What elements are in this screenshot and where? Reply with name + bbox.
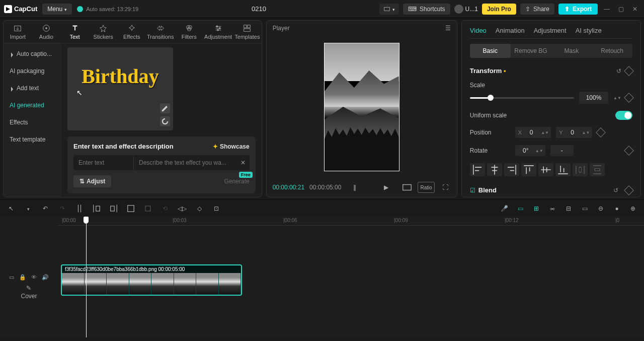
clear-input-button[interactable]: ✕ <box>236 159 250 166</box>
video-clip[interactable]: f3f35facd23ff630d0be7bba366b1dbb.png 00:… <box>61 264 242 296</box>
tab-stickers[interactable]: Stickers <box>89 21 118 43</box>
scale-stepper[interactable]: ▲▼ <box>613 96 620 100</box>
tab-audio[interactable]: Audio <box>32 21 61 43</box>
tab-adjustment[interactable]: Adjustment <box>534 27 567 34</box>
generate-button[interactable]: FreeGenerate <box>224 178 250 185</box>
effect-description-input[interactable] <box>134 155 236 170</box>
x-stepper[interactable]: ▲▼ <box>541 130 548 135</box>
align-right-button[interactable] <box>504 163 519 176</box>
rotate-keyframe[interactable] <box>624 146 634 156</box>
sidebar-item-effects[interactable]: Effects <box>4 114 61 131</box>
tab-adjustment[interactable]: Adjustment <box>203 21 233 43</box>
position-keyframe[interactable] <box>596 127 606 138</box>
position-x-field[interactable]: X 0 ▲▼ <box>515 127 551 138</box>
uniform-scale-toggle[interactable] <box>615 111 632 120</box>
y-stepper[interactable]: ▲▼ <box>582 130 589 135</box>
export-button[interactable]: ⬆ Export <box>558 4 598 15</box>
player-menu-button[interactable]: ☰ <box>445 25 451 32</box>
zoom-out-button[interactable]: ⊖ <box>596 203 606 214</box>
maximize-button[interactable]: ▢ <box>616 4 626 14</box>
sidebar-item-auto-captions[interactable]: Auto captio... <box>4 45 61 62</box>
align-top-button[interactable] <box>521 163 536 176</box>
toggle-1[interactable]: ▭ <box>9 274 14 281</box>
subtab-retouch[interactable]: Retouch <box>592 44 632 58</box>
rotate-button[interactable]: ◇ <box>194 203 204 214</box>
magnet-main-button[interactable]: ▭ <box>515 203 525 214</box>
timeline-tracks[interactable]: |00:00 |00:03 |00:06 |00:09 |00:12 |0 f3… <box>58 217 644 337</box>
lock-icon[interactable]: 🔒 <box>19 274 26 281</box>
viewport-ratio-button[interactable] <box>379 4 399 15</box>
tab-effects[interactable]: Effects <box>117 21 146 43</box>
keyframe-button[interactable] <box>624 66 634 76</box>
fullscreen-button[interactable]: ⛶ <box>440 182 451 193</box>
cover-button[interactable]: ✎ Cover <box>21 285 37 300</box>
text-input[interactable] <box>73 155 134 170</box>
showcase-button[interactable]: ✦Showcase <box>213 143 250 150</box>
link-button[interactable]: ⫘ <box>547 203 557 214</box>
shortcuts-button[interactable]: ⌨ Shortcuts <box>403 4 450 15</box>
split-button[interactable] <box>74 203 85 214</box>
align-bottom-button[interactable] <box>555 163 571 176</box>
rotate-mirror-field[interactable]: - <box>550 145 574 156</box>
subtab-mask[interactable]: Mask <box>551 44 592 58</box>
position-y-field[interactable]: Y 0 ▲▼ <box>556 127 592 138</box>
tab-templates[interactable]: Templates <box>233 21 262 43</box>
pointer-tool[interactable]: ↖ <box>6 203 16 214</box>
play-button[interactable]: ▶ <box>380 182 391 193</box>
tab-animation[interactable]: Animation <box>496 27 525 34</box>
tab-import[interactable]: Import <box>4 21 32 43</box>
share-button[interactable]: ⇪ Share <box>520 4 554 15</box>
sidebar-item-text-template[interactable]: Text template <box>4 131 61 148</box>
crop-button[interactable] <box>126 203 136 214</box>
adjust-button[interactable]: ⇅Adjust <box>73 175 111 187</box>
tab-transitions[interactable]: Transitions <box>146 21 175 43</box>
user-menu[interactable]: U...1 <box>454 5 478 14</box>
checkbox-icon[interactable]: ☑ <box>470 187 475 194</box>
preview-axis-button[interactable]: ⊟ <box>564 203 574 214</box>
blend-reset-button[interactable]: ↺ <box>613 187 618 194</box>
magnet-button[interactable]: ⊞ <box>531 203 541 214</box>
align-left-button[interactable] <box>470 163 485 176</box>
speaker-icon[interactable]: 🔊 <box>42 274 49 281</box>
align-center-h-button[interactable] <box>487 163 502 176</box>
tab-ai-stylize[interactable]: AI stylize <box>576 27 602 34</box>
tab-video[interactable]: Video <box>470 27 487 34</box>
dropdown-tool[interactable] <box>23 203 33 214</box>
timeline-ruler[interactable]: |00:00 |00:03 |00:06 |00:09 |00:12 |0 <box>58 217 644 226</box>
sidebar-item-add-text[interactable]: Add text <box>4 80 61 97</box>
undo-button[interactable]: ↶ <box>40 203 50 214</box>
sidebar-item-ai-generated[interactable]: AI generated <box>4 97 61 114</box>
scale-value[interactable]: 100% <box>579 92 608 104</box>
playhead[interactable] <box>86 217 87 337</box>
prev-frame-button[interactable]: ‖ <box>349 182 360 193</box>
eye-icon[interactable]: 👁 <box>31 274 37 281</box>
player-canvas[interactable] <box>267 36 457 178</box>
subtab-remove-bg[interactable]: Remove BG <box>511 44 551 58</box>
rotate-field[interactable]: 0° ▲▼ <box>515 145 545 156</box>
scale-fit-button[interactable] <box>401 182 413 193</box>
menu-button[interactable]: Menu <box>42 4 72 15</box>
refresh-preview-button[interactable] <box>160 116 170 126</box>
scale-keyframe[interactable] <box>624 93 634 103</box>
ratio-button[interactable]: Ratio <box>418 182 434 193</box>
mic-button[interactable]: 🎤 <box>499 203 509 214</box>
track-options-button[interactable]: ▭ <box>580 203 590 214</box>
mirror-button[interactable]: ◁▷ <box>177 203 187 214</box>
close-button[interactable]: ✕ <box>630 4 640 14</box>
reset-button[interactable]: ↺ <box>616 67 621 75</box>
join-pro-button[interactable]: Join Pro <box>482 4 516 15</box>
zoom-slider[interactable]: ● <box>612 203 622 214</box>
subtab-basic[interactable]: Basic <box>470 44 511 58</box>
blend-keyframe[interactable] <box>624 185 634 195</box>
scale-slider[interactable] <box>470 97 574 99</box>
zoom-in-button[interactable]: ⊕ <box>628 203 638 214</box>
tab-text[interactable]: Text <box>60 21 89 43</box>
edit-preview-button[interactable] <box>160 103 170 113</box>
minimize-button[interactable]: — <box>602 4 612 14</box>
delete-left-button[interactable] <box>92 203 102 214</box>
playhead-handle[interactable] <box>84 217 89 224</box>
tab-filters[interactable]: Filters <box>175 21 203 43</box>
delete-right-button[interactable] <box>109 203 119 214</box>
rotate-stepper[interactable]: ▲▼ <box>535 149 542 153</box>
sidebar-item-ai-packaging[interactable]: AI packaging <box>4 62 61 80</box>
